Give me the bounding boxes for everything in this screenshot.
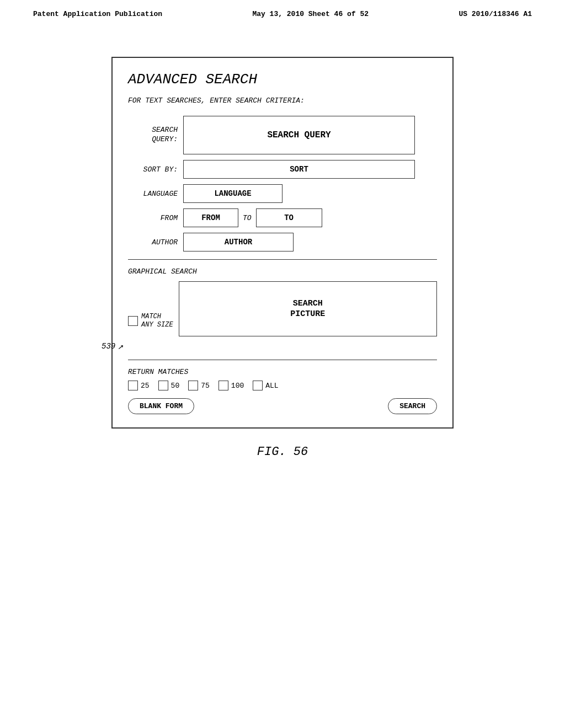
header-right: US 2010/118346 A1 <box>459 10 532 18</box>
from-input[interactable]: FROM <box>183 208 238 227</box>
match-any-size-row: MATCHANY SIZE <box>128 313 173 329</box>
divider-1 <box>128 259 437 260</box>
annotation-539: 539 ↗ <box>102 341 411 352</box>
main-container: ADVANCED SEARCH FOR TEXT SEARCHES, ENTER… <box>0 24 565 429</box>
dialog-title: ADVANCED SEARCH <box>128 71 437 88</box>
checkbox-50-box[interactable] <box>158 381 168 390</box>
checkbox-100: 100 <box>218 381 244 390</box>
checkbox-25-box[interactable] <box>128 381 138 390</box>
language-input[interactable]: LANGUAGE <box>183 184 282 203</box>
to-inline-label: TO <box>243 214 252 222</box>
match-any-size-label: MATCHANY SIZE <box>141 313 173 329</box>
buttons-row: BLANK FORM SEARCH <box>128 398 437 414</box>
checkbox-75-label: 75 <box>201 382 210 390</box>
graphical-search-section: GRAPHICAL SEARCH MATCHANY SIZE SEARCHPIC… <box>128 267 437 352</box>
search-picture-box[interactable]: SEARCHPICTURE <box>179 281 437 336</box>
match-any-size-container: MATCHANY SIZE <box>128 281 173 336</box>
advanced-search-dialog: ADVANCED SEARCH FOR TEXT SEARCHES, ENTER… <box>111 57 454 429</box>
author-input[interactable]: AUTHOR <box>183 233 294 251</box>
sort-by-label: SORT BY: <box>128 165 178 174</box>
annotation-arrow: ↗ <box>118 341 123 352</box>
header-middle: May 13, 2010 Sheet 46 of 52 <box>252 10 369 18</box>
language-label: LANGUAGE <box>128 190 178 198</box>
checkbox-50-label: 50 <box>171 382 180 390</box>
sort-by-row: SORT BY: SORT <box>128 160 437 179</box>
page-header: Patent Application Publication May 13, 2… <box>0 0 565 24</box>
author-label: AUTHOR <box>128 238 178 247</box>
match-any-size-checkbox[interactable] <box>128 316 138 326</box>
from-to-row: FROM FROM TO TO <box>128 208 437 227</box>
return-matches-section: RETURN MATCHES 25 50 75 <box>128 368 437 414</box>
search-button[interactable]: SEARCH <box>388 398 437 414</box>
return-matches-label: RETURN MATCHES <box>128 368 437 376</box>
checkbox-100-box[interactable] <box>218 381 228 390</box>
checkbox-all-box[interactable] <box>253 381 263 390</box>
checkbox-25-label: 25 <box>141 382 150 390</box>
author-row: AUTHOR AUTHOR <box>128 233 437 251</box>
blank-form-button[interactable]: BLANK FORM <box>128 398 194 414</box>
search-query-row: SEARCHQUERY: SEARCH QUERY <box>128 116 437 154</box>
to-input[interactable]: TO <box>256 208 322 227</box>
checkbox-75-box[interactable] <box>188 381 198 390</box>
from-label: FROM <box>128 214 178 222</box>
graphical-label: GRAPHICAL SEARCH <box>128 267 437 276</box>
search-query-input[interactable]: SEARCH QUERY <box>183 116 415 154</box>
dialog-subtitle: FOR TEXT SEARCHES, ENTER SEARCH CRITERIA… <box>128 97 437 105</box>
sort-input[interactable]: SORT <box>183 160 415 179</box>
checkbox-50: 50 <box>158 381 180 390</box>
header-left: Patent Application Publication <box>33 10 162 18</box>
checkbox-75: 75 <box>188 381 210 390</box>
language-row: LANGUAGE LANGUAGE <box>128 184 437 203</box>
checkboxes-row: 25 50 75 100 <box>128 381 437 390</box>
divider-2 <box>128 360 437 360</box>
checkbox-25: 25 <box>128 381 150 390</box>
checkbox-100-label: 100 <box>231 382 244 390</box>
graphical-content: MATCHANY SIZE SEARCHPICTURE <box>128 281 437 336</box>
checkbox-all-label: ALL <box>265 382 278 390</box>
checkbox-all: ALL <box>253 381 278 390</box>
figure-caption: FIG. 56 <box>0 445 565 459</box>
search-query-label: SEARCHQUERY: <box>128 126 178 144</box>
